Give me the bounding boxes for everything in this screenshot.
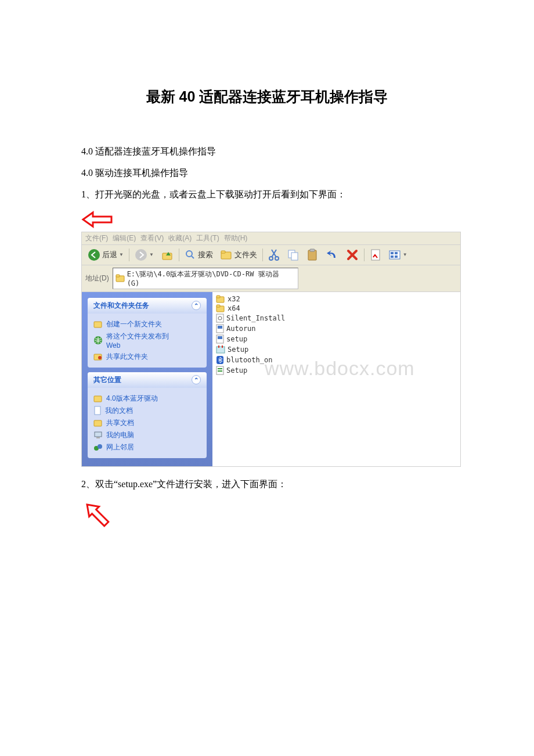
file-x64[interactable]: x64 xyxy=(216,304,457,313)
tasks-header[interactable]: 文件和文件夹任务 ⌃ xyxy=(88,298,207,314)
menu-help[interactable]: 帮助(H) xyxy=(224,233,248,243)
svg-rect-33 xyxy=(217,296,220,298)
file-bluetooth-on[interactable]: blutooth_on xyxy=(216,355,457,365)
collapse-icon[interactable]: ⌃ xyxy=(192,375,201,384)
folders-icon xyxy=(220,249,233,261)
place-label: 共享文档 xyxy=(106,418,134,428)
cut-icon xyxy=(268,249,280,261)
file-setup-cfg[interactable]: Setup xyxy=(216,365,457,376)
folder-icon xyxy=(93,419,103,427)
folder-icon xyxy=(93,394,103,402)
separator xyxy=(262,249,263,261)
place-label: 我的文档 xyxy=(105,406,133,416)
svg-rect-17 xyxy=(391,255,394,258)
svg-rect-39 xyxy=(218,326,222,329)
folders-button[interactable]: 文件夹 xyxy=(218,248,259,262)
views-button[interactable]: ▼ xyxy=(386,248,410,262)
separator xyxy=(364,249,365,261)
views-dropdown-icon[interactable]: ▼ xyxy=(403,252,407,257)
properties-button[interactable] xyxy=(367,247,384,262)
search-icon xyxy=(185,249,196,261)
copy-button[interactable] xyxy=(284,247,302,262)
bluetooth-icon xyxy=(216,355,224,365)
svg-point-1 xyxy=(135,249,147,261)
share-icon xyxy=(93,352,103,361)
place-my-computer[interactable]: 我的电脑 xyxy=(93,429,201,441)
cfg-icon xyxy=(216,366,224,375)
menu-file[interactable]: 文件(F) xyxy=(85,233,108,243)
views-icon xyxy=(388,249,401,261)
side-panel: 文件和文件夹任务 ⌃ 创建一个新文件夹 将这个文件夹发布到 Web 共享此文件夹 xyxy=(82,292,212,466)
up-button[interactable] xyxy=(158,247,176,262)
svg-rect-44 xyxy=(222,345,223,348)
undo-button[interactable] xyxy=(323,247,341,262)
copy-icon xyxy=(287,249,300,261)
back-button[interactable]: 后退 ▼ xyxy=(85,247,126,262)
place-label: 我的电脑 xyxy=(106,430,134,440)
toolbar: 后退 ▼ ▼ 搜索 文件夹 xyxy=(82,245,460,265)
back-label: 后退 xyxy=(102,250,117,260)
svg-rect-48 xyxy=(218,370,222,372)
menu-view[interactable]: 查看(V) xyxy=(140,233,164,243)
filename: Autorun xyxy=(226,325,256,333)
cut-button[interactable] xyxy=(266,247,282,262)
place-my-documents[interactable]: 我的文档 xyxy=(93,405,201,417)
svg-rect-29 xyxy=(96,437,100,438)
folders-label: 文件夹 xyxy=(234,250,257,260)
place-label: 网上邻居 xyxy=(106,442,134,452)
file-x32[interactable]: x32 xyxy=(216,294,457,304)
svg-rect-16 xyxy=(395,252,398,254)
new-folder-icon xyxy=(93,320,103,328)
back-icon xyxy=(88,249,100,261)
task-new-folder[interactable]: 创建一个新文件夹 xyxy=(93,318,201,330)
task-label: 创建一个新文件夹 xyxy=(106,319,162,329)
forward-icon xyxy=(135,249,147,261)
paragraph-4: 2、双击“setup.exe”文件进行安装，进入下面界面： xyxy=(81,474,453,494)
svg-rect-27 xyxy=(94,420,102,426)
svg-rect-12 xyxy=(310,249,315,251)
svg-rect-26 xyxy=(95,406,100,415)
folder-icon xyxy=(216,304,225,312)
task-label: 将这个文件夹发布到 Web xyxy=(106,332,169,350)
delete-button[interactable] xyxy=(344,247,361,262)
svg-point-7 xyxy=(269,257,273,260)
file-setup-exe[interactable]: setup xyxy=(216,334,457,344)
paste-button[interactable] xyxy=(304,247,320,262)
file-autorun[interactable]: Autorun xyxy=(216,323,457,334)
back-dropdown-icon[interactable]: ▼ xyxy=(119,252,124,257)
file-silent-install[interactable]: Silent_Install xyxy=(216,313,457,323)
search-label: 搜索 xyxy=(198,250,213,260)
filename: Silent_Install xyxy=(226,314,285,322)
place-shared-docs[interactable]: 共享文档 xyxy=(93,417,201,429)
tasks-panel: 文件和文件夹任务 ⌃ 创建一个新文件夹 将这个文件夹发布到 Web 共享此文件夹 xyxy=(88,298,207,368)
collapse-icon[interactable]: ⌃ xyxy=(192,301,201,310)
explorer-window: 文件(F) 编辑(E) 查看(V) 收藏(A) 工具(T) 帮助(H) 后退 ▼… xyxy=(81,232,461,467)
search-button[interactable]: 搜索 xyxy=(182,248,215,262)
place-bt-driver[interactable]: 4.0版本蓝牙驱动 xyxy=(93,393,201,405)
place-network[interactable]: 网上邻居 xyxy=(93,441,201,453)
doc-icon xyxy=(93,406,102,415)
task-publish-web[interactable]: 将这个文件夹发布到 Web xyxy=(93,330,201,351)
svg-rect-20 xyxy=(116,275,120,277)
svg-point-3 xyxy=(186,251,192,257)
filename: x64 xyxy=(228,304,240,312)
folder-icon xyxy=(216,295,225,303)
filename: x32 xyxy=(228,295,240,303)
task-share-folder[interactable]: 共享此文件夹 xyxy=(93,351,201,363)
menu-tools[interactable]: 工具(T) xyxy=(196,233,219,243)
separator xyxy=(129,249,129,261)
file-setup-msi[interactable]: Setup xyxy=(216,344,457,355)
other-header[interactable]: 其它位置 ⌃ xyxy=(88,372,207,388)
forward-button[interactable]: ▼ xyxy=(132,247,156,262)
svg-rect-15 xyxy=(391,252,394,254)
menu-fav[interactable]: 收藏(A) xyxy=(168,233,192,243)
doc-title: 最新 40 适配器连接蓝牙耳机操作指导 xyxy=(81,87,453,106)
filename: blutooth_on xyxy=(226,356,272,364)
address-input[interactable]: E:\驱动\4.0版本蓝牙驱动\DVD-CD-RW 驱动器 (G) xyxy=(113,268,298,289)
svg-rect-35 xyxy=(217,305,220,307)
place-label: 4.0版本蓝牙驱动 xyxy=(106,394,158,404)
menu-edit[interactable]: 编辑(E) xyxy=(113,233,136,243)
file-list: x32 x64 Silent_Install Autorun setup Set… xyxy=(212,292,460,466)
fwd-dropdown-icon[interactable]: ▼ xyxy=(149,252,154,257)
msi-icon xyxy=(216,345,225,354)
